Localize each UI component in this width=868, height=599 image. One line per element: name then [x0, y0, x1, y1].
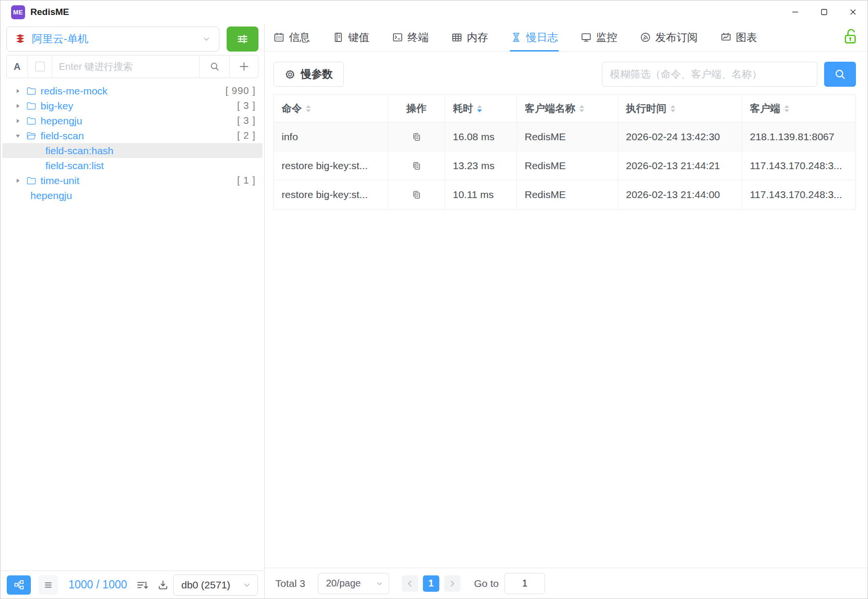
folder-icon	[27, 176, 36, 185]
app-title: RedisME	[30, 7, 69, 17]
match-mode-toggle[interactable]: A	[7, 55, 28, 78]
tab-key-value[interactable]: 键值	[333, 24, 369, 51]
cell-command: restore big-key:st...	[274, 180, 388, 209]
tree-view-icon	[14, 579, 25, 590]
key-search-input[interactable]	[52, 55, 199, 78]
tree-leaf-hepengju[interactable]: hepengju	[0, 188, 264, 203]
sort-carets[interactable]	[306, 105, 311, 112]
copy-command-button[interactable]	[411, 160, 422, 171]
chevron-down-icon	[202, 34, 211, 44]
slowlog-toolbar: 慢参数	[273, 62, 856, 87]
tree-leaf-label: hepengju	[30, 190, 72, 201]
table-row: restore big-key:st... 13.23 ms RedisME 2…	[274, 151, 855, 180]
tab-terminal[interactable]: 终端	[392, 24, 429, 51]
page-number-button[interactable]: 1	[423, 575, 439, 592]
sort-desc-icon	[784, 109, 789, 112]
sort-asc-icon	[784, 105, 789, 108]
caret-right-icon[interactable]	[15, 118, 21, 124]
column-header-client[interactable]: 客户端	[742, 95, 855, 122]
copy-command-button[interactable]	[411, 189, 422, 200]
goto-page-input[interactable]	[504, 573, 545, 594]
slowlog-table-header: 命令 操作 耗时 客户端名称 执行时间	[274, 95, 855, 122]
cell-actions	[388, 122, 445, 151]
chevron-right-icon	[448, 580, 456, 587]
folder-open-icon	[27, 132, 36, 140]
connection-select[interactable]: 阿里云-单机	[6, 27, 219, 52]
add-key-button[interactable]	[229, 55, 258, 78]
next-page-button[interactable]	[444, 575, 461, 592]
readonly-lock-toggle[interactable]	[842, 28, 860, 46]
page-size-select[interactable]: 20/page	[318, 573, 389, 594]
sort-desc-icon	[670, 109, 676, 112]
search-icon	[834, 68, 846, 80]
sort-asc-icon	[670, 105, 676, 108]
exact-match-checkbox[interactable]	[35, 62, 45, 71]
goto-label: Go to	[474, 578, 499, 589]
table-row: restore big-key:st... 10.11 ms RedisME 2…	[274, 180, 855, 209]
tree-leaf-label: field-scan:list	[45, 160, 104, 172]
column-header-duration[interactable]: 耗时	[445, 95, 517, 122]
sort-carets[interactable]	[670, 105, 676, 112]
app-logo: ME	[11, 5, 25, 19]
sort-asc-icon	[579, 105, 584, 108]
tree-node-label: hepengju	[41, 115, 82, 127]
unlock-icon	[842, 28, 860, 46]
sort-carets[interactable]	[784, 105, 789, 112]
caret-right-icon[interactable]	[15, 178, 21, 184]
sort-carets[interactable]	[477, 105, 482, 112]
table-row: info 16.08 ms RedisME 2026-02-24 13:42:3…	[274, 122, 855, 151]
caret-right-icon[interactable]	[15, 88, 21, 94]
sort-carets[interactable]	[579, 105, 584, 112]
tab-pubsub[interactable]: 发布订阅	[640, 24, 698, 51]
pagination: Total 3 20/page 1 Go to	[265, 568, 868, 599]
tab-charts[interactable]: 图表	[720, 24, 757, 51]
cell-command: restore big-key:st...	[274, 151, 388, 180]
monitor-icon	[581, 32, 592, 43]
tab-slowlog[interactable]: 慢日志	[511, 24, 558, 51]
load-more-button[interactable]	[136, 579, 149, 591]
caret-right-icon[interactable]	[15, 103, 21, 109]
grid-table-icon	[451, 32, 462, 43]
minimize-button[interactable]	[781, 0, 810, 24]
maximize-button[interactable]	[810, 0, 839, 24]
copy-command-button[interactable]	[411, 132, 422, 142]
cell-actions	[388, 151, 445, 180]
tree-view-button[interactable]	[7, 575, 31, 595]
tab-memory[interactable]: 内存	[451, 24, 488, 51]
tab-monitor[interactable]: 监控	[581, 24, 617, 51]
tree-node-big-key[interactable]: big-key [ 3 ]	[0, 98, 264, 113]
app-logo-text: ME	[13, 9, 23, 16]
tree-leaf-field-scan-hash[interactable]: field-scan:hash	[2, 143, 262, 158]
tree-node-field-scan[interactable]: field-scan [ 2 ]	[0, 128, 264, 143]
export-keys-button[interactable]	[157, 579, 169, 591]
cell-exec-time: 2026-02-13 21:44:00	[618, 180, 742, 209]
column-header-command[interactable]: 命令	[274, 95, 388, 122]
page-size-value: 20/page	[326, 578, 375, 589]
tree-node-count: [ 990 ]	[225, 85, 256, 96]
tree-node-redis-me-mock[interactable]: redis-me-mock [ 990 ]	[0, 83, 264, 98]
slowlog-filter-input[interactable]	[602, 62, 817, 87]
slow-params-button[interactable]: 慢参数	[273, 62, 344, 87]
tree-leaf-field-scan-list[interactable]: field-scan:list	[0, 158, 264, 173]
prev-page-button[interactable]	[402, 575, 418, 592]
plus-icon	[238, 61, 250, 72]
tab-info[interactable]: 信息	[273, 24, 310, 51]
column-header-client-name[interactable]: 客户端名称	[517, 95, 618, 122]
db-select[interactable]: db0 (2571)	[173, 574, 258, 596]
sort-asc-icon	[477, 105, 482, 108]
caret-down-icon[interactable]	[15, 133, 21, 139]
chevron-down-icon	[375, 579, 384, 588]
calendar-icon	[273, 32, 285, 43]
column-header-exec-time[interactable]: 执行时间	[618, 95, 742, 122]
list-view-button[interactable]	[39, 575, 58, 595]
close-button[interactable]	[839, 0, 868, 24]
key-search-button[interactable]	[199, 55, 229, 78]
minimize-icon	[791, 8, 800, 16]
connection-settings-button[interactable]	[227, 27, 258, 52]
keys-count: 1000 / 1000	[68, 578, 127, 591]
slowlog-search-button[interactable]	[824, 62, 856, 87]
tab-label: 信息	[289, 30, 310, 45]
tree-node-time-unit[interactable]: time-unit [ 1 ]	[0, 173, 264, 188]
tree-node-hepengju-folder[interactable]: hepengju [ 3 ]	[0, 113, 264, 128]
sidebar-statusbar: 1000 / 1000 db0 (2571)	[0, 571, 264, 599]
